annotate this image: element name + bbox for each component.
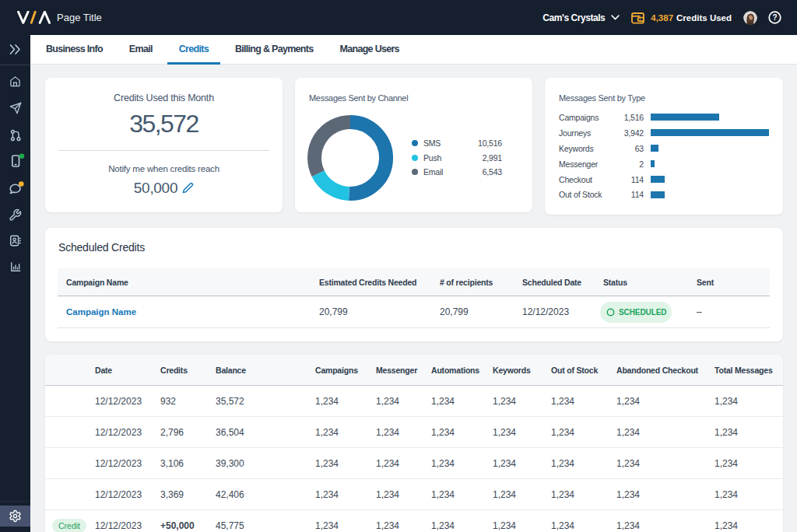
svg-text:?: ?	[772, 13, 777, 22]
